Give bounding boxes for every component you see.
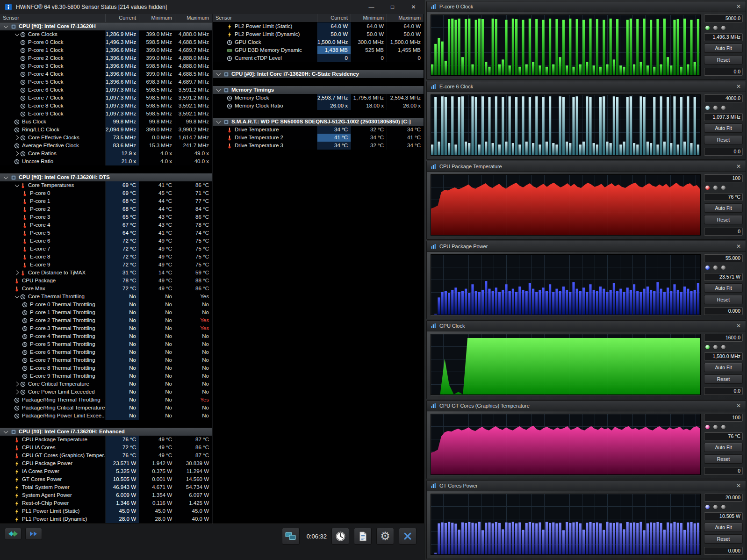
sensor-row[interactable]: Bus Clock99.8 MHz99.8 MHz99.8 MHz [0, 118, 212, 126]
color-swatch[interactable] [713, 25, 718, 30]
series-color-swatch[interactable] [705, 345, 710, 350]
color-swatch[interactable] [721, 105, 726, 110]
color-swatch[interactable] [713, 265, 718, 270]
sensor-row[interactable]: P-core 168 °C44 °C77 °C [0, 197, 212, 205]
sensor-row[interactable]: P-core 467 °C43 °C78 °C [0, 221, 212, 229]
sensor-row[interactable]: Drive Temperature34 °C32 °C34 °C [213, 126, 424, 134]
reset-button[interactable]: Reset [704, 534, 743, 544]
series-color-swatch[interactable] [705, 424, 710, 430]
chevron-down-icon[interactable] [215, 87, 222, 93]
graph-close-icon[interactable]: ✕ [735, 243, 742, 250]
section-header-row[interactable]: CPU [#0]: Intel Core i7-13620H: DTS [0, 173, 212, 181]
sensor-row[interactable]: Ring/LLC Clock2,094.9 MHz399.0 MHz3,990.… [0, 126, 212, 134]
column-header-current[interactable]: Current [317, 14, 351, 22]
sensor-row[interactable]: CPU Package Temperature76 °C49 °C87 °C [0, 436, 212, 444]
auto-fit-button[interactable]: Auto Fit [704, 443, 743, 452]
sensor-row[interactable]: GT Cores Power10.505 W0.001 W14.560 W [0, 475, 212, 483]
color-swatch[interactable] [713, 424, 718, 430]
sensor-row[interactable]: CPU IA Cores72 °C49 °C86 °C [0, 444, 212, 452]
sensor-row[interactable]: P-core 069 °C45 °C71 °C [0, 189, 212, 197]
sensor-row[interactable]: CPU Package Power23.571 W1.942 W30.839 W [0, 459, 212, 467]
sensor-row[interactable]: P-core 1 Thermal ThrottlingNoNoNo [0, 309, 212, 316]
sensor-row[interactable]: PL2 Power Limit (Dynamic)50.0 W50.0 W50.… [213, 30, 424, 38]
sensor-row[interactable]: GPU Clock1,500.0 MHz300.0 MHz1,500.0 MHz [213, 38, 424, 46]
sensor-row[interactable]: Rest-of-Chip Power1.346 W0.116 W1.425 W [0, 499, 212, 507]
maximize-button[interactable]: □ [382, 0, 403, 14]
sensor-row[interactable]: Core Ratios12.9 x4.0 x49.0 x [0, 150, 212, 158]
graph-close-icon[interactable]: ✕ [735, 323, 742, 329]
sensor-row[interactable]: E-core 8 Thermal ThrottlingNoNoNo [0, 364, 212, 372]
window-titlebar[interactable]: HWiNFO® 64 v8.30-5800 Sensor Status [214… [0, 0, 424, 14]
column-header-minimum[interactable]: Minimum [139, 14, 175, 22]
graph-close-icon[interactable]: ✕ [735, 3, 742, 10]
section-header-row[interactable]: CPU [#0]: Intel Core i7-13620H: Enhanced [0, 428, 212, 436]
auto-fit-button[interactable]: Auto Fit [704, 43, 743, 53]
color-swatch[interactable] [721, 265, 726, 270]
close-button[interactable]: ✕ [403, 0, 424, 14]
sensor-row[interactable]: P-core 564 °C41 °C74 °C [0, 229, 212, 237]
sensor-row[interactable]: P-core 3 Thermal ThrottlingNoNoYes [0, 324, 212, 332]
series-color-swatch[interactable] [705, 265, 710, 270]
sensor-row[interactable]: P-core 4 Clock1,396.6 MHz399.0 MHz4,688.… [0, 70, 212, 78]
sensor-row[interactable]: Core Critical TemperatureNoNoNo [0, 380, 212, 388]
sensor-row[interactable]: E-core 7 Thermal ThrottlingNoNoNo [0, 356, 212, 364]
sensor-row[interactable]: E-core 7 Clock1,097.3 MHz598.5 MHz3,591.… [0, 94, 212, 102]
color-swatch[interactable] [713, 105, 718, 110]
sensor-row[interactable]: Memory Clock Ratio26.00 x18.00 x26.00 x [213, 102, 424, 110]
sensor-row[interactable]: Package/Ring Power Limit Excee...NoNoNo [0, 412, 212, 420]
sensor-row[interactable]: P-core 2 Thermal ThrottlingNoNoYes [0, 316, 212, 324]
sensor-row[interactable]: P-core 2 Clock1,396.6 MHz399.0 MHz4,888.… [0, 54, 212, 62]
color-swatch[interactable] [721, 185, 726, 190]
color-swatch[interactable] [713, 185, 718, 190]
chevron-right-icon[interactable] [14, 151, 20, 157]
report-button[interactable] [354, 528, 372, 545]
sensor-row[interactable]: P-core 3 Clock1,396.6 MHz598.5 MHz4,888.… [0, 62, 212, 70]
minimize-button[interactable]: — [361, 0, 382, 14]
sensor-row[interactable]: Core Thermal ThrottlingNoNoYes [0, 293, 212, 301]
color-swatch[interactable] [721, 345, 726, 350]
graph-panel-titlebar[interactable]: CPU Package Temperature ✕ [427, 161, 746, 172]
sensor-row[interactable]: System Agent Power6.009 W1.354 W6.097 W [0, 491, 212, 499]
sensor-row[interactable]: Total System Power46.943 W4.671 W54.734 … [0, 483, 212, 491]
auto-fit-button[interactable]: Auto Fit [704, 203, 743, 213]
column-header-sensor[interactable]: Sensor [0, 14, 106, 22]
sensor-row[interactable]: E-core 6 Clock1,097.3 MHz598.5 MHz3,591.… [0, 86, 212, 94]
series-color-swatch[interactable] [705, 25, 710, 30]
sensor-row[interactable]: P-core 0 Clock1,496.3 MHz598.5 MHz4,688.… [0, 38, 212, 46]
column-header-maximum[interactable]: Maximum [387, 14, 424, 22]
color-swatch[interactable] [713, 504, 718, 510]
auto-fit-button[interactable]: Auto Fit [704, 123, 743, 133]
sensor-row[interactable]: E-core 972 °C49 °C75 °C [0, 261, 212, 269]
auto-fit-button[interactable]: Auto Fit [704, 283, 743, 293]
graph-panel-titlebar[interactable]: CPU Package Power ✕ [427, 241, 746, 252]
chevron-down-icon[interactable] [14, 31, 20, 37]
sensor-row[interactable]: P-core 5 Thermal ThrottlingNoNoNo [0, 340, 212, 348]
series-color-swatch[interactable] [705, 185, 710, 190]
reset-button[interactable]: Reset [704, 55, 743, 65]
chevron-down-icon[interactable] [14, 294, 20, 300]
sensor-row[interactable]: Package/Ring Thermal ThrottlingNoNoYes [0, 396, 212, 404]
sensor-row[interactable]: P-core 0 Thermal ThrottlingNoNoNo [0, 301, 212, 309]
graph-close-icon[interactable]: ✕ [735, 402, 742, 409]
sensor-row[interactable]: Core Max72 °C49 °C86 °C [0, 285, 212, 293]
sensor-row[interactable]: Core Distance to TjMAX31 °C14 °C59 °C [0, 269, 212, 277]
sensor-row[interactable]: P-core 5 Clock1,396.6 MHz698.3 MHz4,689.… [0, 78, 212, 86]
sensor-row[interactable]: Current cTDP Level000 [213, 54, 424, 62]
section-header-row[interactable]: CPU [#0]: Intel Core i7-13620H [0, 22, 212, 30]
graph-panel-titlebar[interactable]: CPU GT Cores (Graphics) Temperature ✕ [427, 401, 746, 411]
graph-panel-titlebar[interactable]: GT Cores Power ✕ [427, 481, 746, 491]
series-color-swatch[interactable] [705, 504, 710, 510]
reset-button[interactable]: Reset [704, 295, 743, 304]
graph-close-icon[interactable]: ✕ [735, 482, 742, 489]
sensor-row[interactable]: Package/Ring Critical TemperatureNoNoNo [0, 404, 212, 412]
chevron-down-icon[interactable] [3, 174, 9, 180]
settings-button[interactable]: ⚙ [376, 528, 394, 545]
graph-close-icon[interactable]: ✕ [735, 83, 742, 90]
sensor-row[interactable]: P-core 4 Thermal ThrottlingNoNoNo [0, 332, 212, 340]
chevron-down-icon[interactable] [215, 71, 222, 77]
swap-columns-button[interactable] [5, 528, 22, 540]
sensor-row[interactable]: E-core 9 Thermal ThrottlingNoNoNo [0, 372, 212, 380]
sensor-row[interactable]: Core Effective Clocks73.5 MHz0.0 MHz1,61… [0, 134, 212, 142]
sensor-row[interactable]: P-core 365 °C43 °C86 °C [0, 213, 212, 221]
sensor-row[interactable]: CPU Package78 °C49 °C88 °C [0, 277, 212, 285]
